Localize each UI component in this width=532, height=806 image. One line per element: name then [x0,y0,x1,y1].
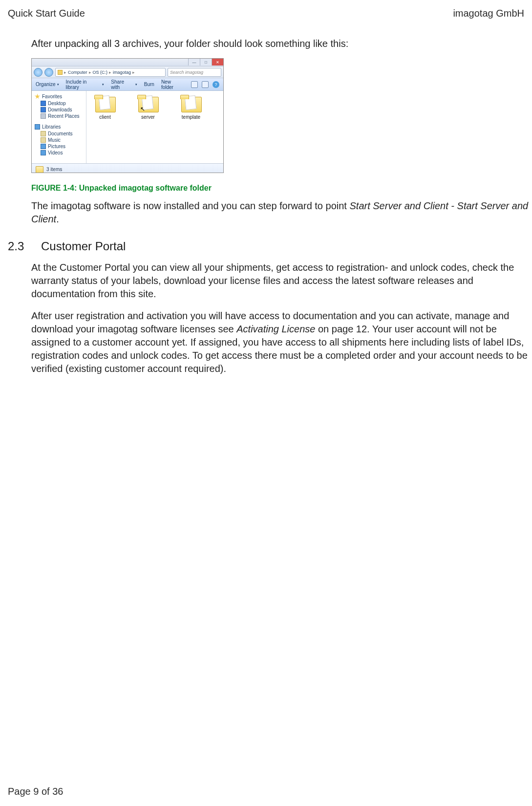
sidebar-documents-label: Documents [48,131,73,136]
breadcrumb-sep: ▸ [132,70,135,75]
folder-template-label: template [182,114,200,120]
sidebar-downloads[interactable]: Downloads [32,107,86,113]
sidebar-libraries-label: Libraries [42,124,61,130]
toolbar-newfolder[interactable]: New folder [161,79,184,90]
help-icon[interactable]: ? [213,81,219,88]
libraries-icon [35,124,40,130]
figure-explorer-window: — □ ✕ ▸ Computer ▸ OS (C:) ▸ [31,58,224,173]
toolbar-share[interactable]: Share with▾ [111,79,137,90]
folder-client-label: client [99,114,110,120]
folder-server-label: server [141,114,155,120]
breadcrumb-computer[interactable]: Computer [68,70,87,75]
view-options-icon[interactable] [191,81,198,88]
folder-client[interactable]: client [90,95,120,120]
paragraph-installed-c: . [56,214,59,224]
address-bar[interactable]: ▸ Computer ▸ OS (C:) ▸ imagotag ▸ [55,68,166,77]
breadcrumb-sep: ▸ [89,70,91,75]
caret-down-icon: ▾ [135,83,137,87]
status-folder-icon [36,166,43,173]
sidebar-pictures-label: Pictures [48,144,65,149]
music-icon [41,137,46,143]
explorer-sidebar: Favorites Desktop Downloads Recent Place… [32,91,86,163]
breadcrumb-imagotag[interactable]: imagotag [113,70,131,75]
sidebar-videos-label: Videos [48,150,63,155]
sidebar-recent-label: Recent Places [48,113,79,119]
header-left: Quick Start Guide [8,8,85,19]
sidebar-favorites-label: Favorites [42,94,62,99]
folder-server[interactable]: server [133,95,163,120]
sidebar-videos[interactable]: Videos [32,150,86,156]
paragraph-installed-a: The imagotag software is now installed a… [31,200,349,211]
cursor-icon: ↖ [140,106,145,112]
toolbar-share-label: Share with [111,79,133,90]
portal-paragraph-1: At the Customer Portal you can view all … [31,261,532,301]
page-footer: Page 9 of 36 [8,786,63,797]
portal-paragraph-2: After user registration and activation y… [31,309,532,375]
sidebar-desktop[interactable]: Desktop [32,100,86,107]
breadcrumb-osc[interactable]: OS (C:) [93,70,108,75]
videos-icon [41,150,46,155]
sidebar-favorites-header[interactable]: Favorites [32,93,86,100]
sidebar-downloads-label: Downloads [48,107,72,112]
caret-down-icon: ▾ [102,83,104,87]
star-icon [35,94,40,99]
toolbar-include[interactable]: Include in library▾ [66,79,105,90]
desktop-icon [41,101,46,106]
search-input[interactable]: Search imagotag [168,68,221,77]
window-close-button[interactable]: ✕ [212,59,223,65]
caret-down-icon: ▾ [57,83,59,87]
pictures-icon [41,144,46,149]
sidebar-documents[interactable]: Documents [32,131,86,137]
nav-forward-button[interactable] [44,68,53,77]
section-number: 2.3 [8,240,31,253]
breadcrumb-sep: ▸ [64,70,66,75]
toolbar-organize[interactable]: Organize▾ [36,82,59,87]
portal-p2-ital: Activating License [236,324,315,334]
sidebar-pictures[interactable]: Pictures [32,143,86,150]
header-right: imagotag GmbH [453,8,524,19]
nav-back-button[interactable] [34,68,43,77]
intro-text: After unpacking all 3 archives, your fol… [31,37,532,50]
folder-icon [58,70,63,75]
sidebar-recent[interactable]: Recent Places [32,113,86,119]
breadcrumb-sep: ▸ [109,70,111,75]
sidebar-desktop-label: Desktop [48,101,66,106]
window-titlebar: — □ ✕ [32,59,223,66]
sidebar-music-label: Music [48,137,61,143]
file-pane[interactable]: client server template ↖ [86,91,223,163]
toolbar-include-label: Include in library [66,79,101,90]
toolbar-organize-label: Organize [36,82,56,87]
window-maximize-button[interactable]: □ [200,59,212,65]
folder-icon [94,95,116,112]
sidebar-libraries-header[interactable]: Libraries [32,123,86,131]
toolbar-burn[interactable]: Burn [144,82,154,87]
folder-template[interactable]: template [176,95,206,120]
sidebar-music[interactable]: Music [32,137,86,143]
preview-pane-icon[interactable] [202,81,209,88]
folder-icon [180,95,202,112]
documents-icon [41,131,46,136]
downloads-icon [41,107,46,112]
recent-icon [41,113,46,119]
section-title: Customer Portal [41,240,126,253]
paragraph-installed: The imagotag software is now installed a… [31,199,532,226]
figure-caption: FIGURE 1-4: Unpacked imagotag software f… [31,184,532,193]
window-minimize-button[interactable]: — [188,59,200,65]
status-item-count: 3 items [46,167,62,172]
